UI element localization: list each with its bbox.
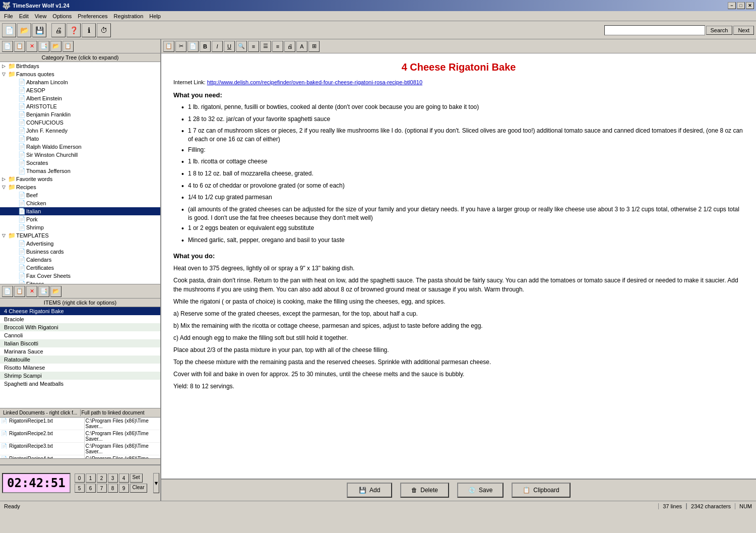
menu-registration[interactable]: Registration (111, 12, 147, 20)
content-btn-copy[interactable]: 📋 (163, 41, 174, 52)
content-btn-italic[interactable]: I (212, 41, 223, 52)
items-btn-delete[interactable]: ✕ (26, 286, 37, 297)
help-button[interactable]: ❓ (67, 23, 81, 37)
item-italian-biscotti[interactable]: Italian Biscotti (0, 339, 160, 347)
print-button[interactable]: 🖨 (51, 23, 66, 37)
content-btn-cut[interactable]: ✂ (175, 41, 186, 52)
item-shrimp-scampi[interactable]: Shrimp Scampi (0, 372, 160, 380)
tree-item-socrates[interactable]: 📄 Socrates (0, 159, 160, 167)
panel-btn-new[interactable]: 📋 (14, 41, 25, 52)
panel-btn-move[interactable]: 📂 (50, 41, 61, 52)
content-btn-underline[interactable]: U (224, 41, 235, 52)
tree-item-chicken[interactable]: 📄 Chicken (0, 199, 160, 207)
tree-item-fitness[interactable]: 📄 Fitness (0, 280, 160, 284)
clipboard-button[interactable]: 📋 Clipboard (512, 483, 570, 498)
new-button[interactable]: 📄 (2, 23, 16, 37)
item-braciole[interactable]: Braciole (0, 315, 160, 323)
tree-item-business-cards[interactable]: 📄 Business cards (0, 248, 160, 256)
content-btn-print[interactable]: 🖨 (284, 41, 295, 52)
tree-item-plato[interactable]: 📄 Plato (0, 135, 160, 143)
content-btn-search[interactable]: 🔍 (236, 41, 247, 52)
tree-item-italian[interactable]: 📄 Italian (0, 207, 160, 215)
tree-item-pork[interactable]: 📄 Pork (0, 215, 160, 223)
panel-btn-delete[interactable]: ✕ (26, 41, 37, 52)
tree-item-aristotle[interactable]: 📄 ARISTOTLE (0, 102, 160, 110)
content-btn-paste[interactable]: 📄 (187, 41, 199, 52)
timer-btn-3[interactable]: 3 (108, 473, 118, 483)
items-btn-paste[interactable]: 📂 (50, 286, 61, 297)
tree-item-fax[interactable]: 📄 Fax Cover Sheets (0, 272, 160, 280)
info-button[interactable]: ℹ (82, 23, 96, 37)
timer-btn-6[interactable]: 6 (86, 484, 96, 493)
save-button[interactable]: 💿 Save (457, 483, 503, 498)
item-rigatoni-bake[interactable]: 4 Cheese Rigatoni Bake (0, 307, 160, 315)
menu-view[interactable]: View (32, 12, 50, 20)
add-button[interactable]: 💾 Add (347, 483, 392, 498)
timer-btn-9[interactable]: 9 (119, 484, 129, 493)
timer-btn-2[interactable]: 2 (97, 473, 107, 483)
timer-set-button[interactable]: Set (130, 473, 143, 483)
timer-btn-1[interactable]: 1 (86, 473, 96, 483)
content-btn-font[interactable]: A (296, 41, 307, 52)
menu-preferences[interactable]: Preferences (75, 12, 110, 20)
items-btn-new[interactable]: 📋 (14, 286, 25, 297)
tree-item-shrimp[interactable]: 📄 Shrimp (0, 223, 160, 231)
linked-doc-1[interactable]: 📄 RigatoniRecipe1.txt C:\Program Files (… (0, 418, 160, 430)
tree-item-thomas-jefferson[interactable]: 📄 Thomas Jefferson (0, 167, 160, 175)
panel-btn-1[interactable]: 📄 (2, 41, 13, 52)
timer-btn-4[interactable]: 4 (119, 473, 129, 483)
timer-clear-button[interactable]: Clear (130, 484, 147, 493)
item-spaghetti-meatballs[interactable]: Spaghetti and Meatballs (0, 380, 160, 388)
tree-item-calendars[interactable]: 📄 Calendars (0, 256, 160, 264)
timer-btn-5[interactable]: 5 (75, 484, 85, 493)
item-cannoli[interactable]: Cannoli (0, 331, 160, 339)
tree-item-famous-quotes[interactable]: ▽ 📁 Famous quotes (0, 70, 160, 78)
tree-item-abraham-lincoln[interactable]: 📄 Abraham Lincoln (0, 78, 160, 86)
content-btn-bold[interactable]: B (200, 41, 211, 52)
tree-item-beef[interactable]: 📄 Beef (0, 191, 160, 199)
timer-btn-7[interactable]: 7 (97, 484, 107, 493)
search-input[interactable] (604, 25, 705, 35)
timer-arrow-down[interactable]: ▼ (153, 473, 160, 493)
panel-btn-paste[interactable]: 📋 (62, 41, 74, 52)
panel-btn-copy[interactable]: 📑 (38, 41, 49, 52)
tree-item-winston-churchill[interactable]: 📄 Sir Winston Churchill (0, 151, 160, 159)
items-btn-1[interactable]: 📄 (2, 286, 13, 297)
linked-doc-2[interactable]: 📄 RigatoniRecipe2.txt C:\Program Files (… (0, 430, 160, 443)
recipe-url[interactable]: http://www.delish.com/recipefinder/oven-… (207, 79, 422, 85)
item-broccoli-rigatoni[interactable]: Broccoli With Rigatoni (0, 323, 160, 331)
tree-item-ralph-emerson[interactable]: 📄 Ralph Waldo Emerson (0, 143, 160, 151)
item-ratatouille[interactable]: Ratatouille (0, 356, 160, 364)
menu-edit[interactable]: Edit (16, 12, 32, 20)
tree-item-aesop[interactable]: 📄 AESOP (0, 86, 160, 94)
tree-item-albert-einstein[interactable]: 📄 Albert Einstein (0, 94, 160, 102)
item-marinara-sauce[interactable]: Marinara Sauce (0, 347, 160, 356)
tree-item-birthdays[interactable]: ▷ 📁 Birthdays (0, 62, 160, 70)
menu-help[interactable]: Help (146, 12, 164, 20)
tree-item-templates[interactable]: ▽ 📁 TEMPLATES (0, 231, 160, 240)
close-button[interactable]: ✕ (746, 2, 754, 9)
tree-item-recipes[interactable]: ▽ 📁 Recipes (0, 183, 160, 191)
timer-btn-0[interactable]: 0 (75, 473, 85, 483)
search-button[interactable]: Search (706, 26, 733, 35)
minimize-button[interactable]: − (728, 2, 736, 9)
item-risotto-milanese[interactable]: Risotto Milanese (0, 364, 160, 372)
maximize-button[interactable]: □ (737, 2, 745, 9)
next-button[interactable]: Next (733, 26, 754, 35)
tree-item-certificates[interactable]: 📄 Certificates (0, 264, 160, 272)
save-toolbar-button[interactable]: 💾 (32, 23, 46, 37)
tree-item-john-kennedy[interactable]: 📄 John F. Kennedy (0, 127, 160, 135)
tree-item-confucious[interactable]: 📄 CONFUCIOUS (0, 119, 160, 127)
timer-button[interactable]: ⏱ (97, 23, 111, 37)
content-btn-align-center[interactable]: ☰ (260, 41, 271, 52)
linked-scroll[interactable] (0, 458, 160, 464)
content-btn-align-left[interactable]: ≡ (248, 41, 259, 52)
tree-item-advertising[interactable]: 📄 Advertising (0, 240, 160, 248)
content-btn-table[interactable]: ⊞ (308, 41, 320, 52)
content-btn-align-right[interactable]: ≡ (272, 41, 283, 52)
open-button[interactable]: 📂 (17, 23, 31, 37)
delete-button[interactable]: 🗑 Delete (400, 483, 449, 498)
tree-item-favorite-words[interactable]: ▷ 📁 Favorite words (0, 175, 160, 183)
timer-btn-8[interactable]: 8 (108, 484, 118, 493)
menu-options[interactable]: Options (49, 12, 75, 20)
